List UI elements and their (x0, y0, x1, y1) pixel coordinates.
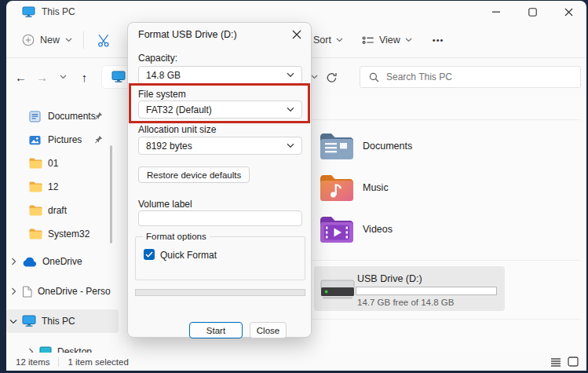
title-bar: This PC (6, 1, 586, 23)
folder-item-label: Documents (363, 141, 412, 152)
sidebar-item-desktop[interactable]: Desktop (6, 340, 123, 353)
chevron-down-icon (287, 107, 294, 112)
sidebar-item-onedrive[interactable]: OneDrive (6, 250, 123, 273)
allocation-dropdown[interactable]: 8192 bytes (138, 137, 302, 155)
sidebar-scrollbar[interactable] (110, 145, 112, 243)
file-system-dropdown[interactable]: FAT32 (Default) (138, 101, 302, 119)
allocation-value: 8192 bytes (146, 141, 192, 152)
minimize-button[interactable] (478, 1, 514, 23)
chevron-right-icon[interactable] (9, 287, 18, 295)
status-left: 12 items 1 item selected (6, 357, 129, 367)
new-button[interactable]: New (22, 34, 72, 46)
new-button-label: New (40, 35, 60, 46)
refresh-icon[interactable] (326, 71, 338, 83)
section-divider (309, 260, 580, 261)
dialog-title-bar: Format USB Drive (D:) (128, 23, 311, 46)
drive-free-space: 14.7 GB free of 14.8 GB (357, 298, 454, 307)
selection-count: 1 item selected (68, 357, 128, 367)
folder-item-videos[interactable]: Videos (320, 215, 393, 243)
recent-locations-button[interactable] (53, 66, 74, 88)
sidebar-item-label: 01 (48, 158, 58, 169)
view-button[interactable]: View (362, 35, 412, 46)
sort-button-label: Sort (313, 35, 331, 46)
pin-icon (94, 135, 103, 144)
sidebar-item-draft[interactable]: draft (6, 199, 123, 222)
sidebar-item-pictures[interactable]: Pictures (6, 128, 123, 152)
pictures-icon (29, 135, 42, 145)
maximize-button[interactable] (514, 1, 550, 23)
navigation-pane: Documents Pictures 01 12 draft (6, 96, 123, 353)
see-more-button[interactable]: ••• (433, 35, 444, 45)
file-system-value: FAT32 (Default) (146, 104, 212, 115)
search-icon (369, 72, 379, 82)
close-button[interactable]: Close (250, 322, 287, 338)
capacity-dropdown[interactable]: 14.8 GB (138, 66, 302, 84)
chevron-down-icon (65, 38, 72, 42)
music-folder-icon (320, 174, 355, 202)
plus-circle-icon (22, 34, 35, 46)
explorer-window: This PC New Sort View (6, 1, 586, 371)
scissors-icon (97, 33, 111, 48)
section-divider (309, 119, 580, 120)
status-right (550, 357, 579, 367)
back-button[interactable]: ← (10, 66, 31, 88)
chevron-down-icon (287, 72, 294, 78)
sidebar-item-this-pc[interactable]: This PC (6, 309, 119, 333)
folder-icon (29, 158, 42, 169)
chevron-down-icon (287, 143, 294, 148)
chevron-right-icon[interactable] (9, 258, 18, 265)
videos-folder-icon (320, 215, 355, 243)
search-box[interactable] (360, 66, 581, 88)
sidebar-item-onedrive-personal[interactable]: OneDrive - Perso (6, 280, 123, 303)
chevron-down-icon (405, 38, 412, 42)
sidebar-item-documents[interactable]: Documents (6, 104, 123, 128)
onedrive-cloud-icon (22, 257, 37, 267)
sidebar-item-12[interactable]: 12 (6, 175, 123, 199)
format-options-label: Format options (143, 232, 210, 241)
close-window-button[interactable] (550, 1, 586, 23)
sidebar-item-system32[interactable]: System32 (6, 222, 123, 246)
folder-item-label: Music (363, 182, 389, 193)
address-dropdown-chevron-icon[interactable] (311, 75, 318, 79)
toolbar-divider (83, 31, 84, 49)
sidebar-item-label: OneDrive (42, 256, 82, 267)
volume-label-input[interactable] (138, 210, 302, 226)
folder-icon (29, 229, 42, 240)
status-divider (58, 357, 59, 367)
format-dialog: Format USB Drive (D:) Capacity: 14.8 GB … (127, 22, 312, 338)
window-tab: This PC (6, 6, 75, 18)
sidebar-item-label: System32 (48, 229, 89, 240)
nav-buttons: ← → ↑ (10, 66, 95, 88)
sidebar-item-label: Documents (48, 111, 96, 122)
sidebar-item-01[interactable]: 01 (6, 152, 123, 175)
large-icons-view-icon[interactable] (568, 357, 579, 367)
window-controls (478, 1, 586, 23)
quick-format-checkbox[interactable] (144, 249, 155, 260)
pin-icon (94, 112, 103, 120)
forward-button[interactable]: → (31, 66, 53, 88)
capacity-label: Capacity: (138, 53, 177, 64)
this-pc-icon (22, 315, 36, 327)
start-button[interactable]: Start (189, 322, 243, 338)
this-pc-icon (22, 6, 35, 18)
chevron-down-icon[interactable] (9, 319, 18, 324)
volume-label: Volume label (138, 199, 192, 210)
cut-button[interactable] (97, 33, 111, 48)
details-view-icon[interactable] (550, 357, 561, 367)
sort-button[interactable]: Sort (313, 35, 343, 46)
view-layout-icon (362, 35, 374, 46)
drive-label: USB Drive (D:) (357, 273, 422, 284)
window-title: This PC (42, 6, 75, 17)
drive-item-usb[interactable]: USB Drive (D:) 14.7 GB free of 14.8 GB (314, 266, 505, 311)
restore-defaults-button[interactable]: Restore device defaults (138, 166, 250, 183)
address-bar-right (311, 71, 338, 83)
up-button[interactable]: ↑ (74, 66, 95, 88)
format-progress-bar (135, 289, 305, 296)
search-input[interactable] (386, 71, 559, 82)
toolbar-right-group: Sort View ••• (313, 23, 444, 57)
folder-item-documents[interactable]: Documents (320, 132, 412, 160)
folder-item-music[interactable]: Music (320, 174, 389, 202)
close-dialog-icon[interactable] (292, 30, 301, 39)
documents-icon (29, 111, 42, 123)
allocation-label: Allocation unit size (138, 124, 216, 135)
